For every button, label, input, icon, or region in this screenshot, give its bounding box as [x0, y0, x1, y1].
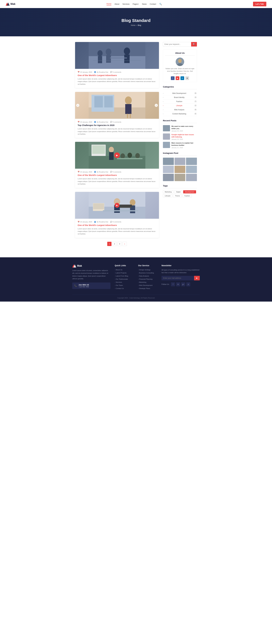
footer-link-services[interactable]: Services [115, 281, 134, 283]
footer-link-contact[interactable]: Contact Us [115, 287, 134, 290]
tags-wrap: Marketing Digital Development Lifestyle … [163, 190, 197, 197]
audio-play-button[interactable]: ▶ [115, 203, 119, 208]
search-button[interactable]: 🔍 [191, 42, 197, 46]
post-title-1[interactable]: One of the World's Largest Advertisers [78, 74, 156, 76]
footer-facebook-icon[interactable]: f [171, 282, 175, 286]
footer-linkedin-icon[interactable]: in [176, 282, 180, 286]
tag-digital[interactable]: Digital [174, 190, 182, 194]
footer-link-about[interactable]: About Us [115, 269, 134, 271]
footer-grid: Mak Lorem ipsum dolor sit amet, consecte… [72, 264, 200, 290]
nav-contact[interactable]: Contact [150, 3, 156, 5]
page-1-button[interactable]: 1 [107, 242, 111, 246]
insta-img-1[interactable] [163, 158, 174, 165]
tags-widget: Tags Marketing Digital Development Lifes… [163, 184, 197, 197]
about-title: About Us [165, 52, 195, 56]
tag-lifestyle[interactable]: Lifestyle [163, 194, 172, 197]
nav-news[interactable]: News [142, 3, 147, 5]
footer-contact-button[interactable]: 📞 Join With US +123 456 7890 [72, 282, 110, 289]
user-icon: 👤 [94, 71, 96, 73]
footer-link-team[interactable]: Our Team [115, 284, 134, 286]
newsletter-email-input[interactable] [162, 276, 194, 280]
post-video-3: ▶ [75, 142, 159, 169]
tag-fashion[interactable]: Fashion [183, 194, 192, 197]
footer-service-strategic[interactable]: Strategic Plans [138, 287, 157, 290]
insta-img-5[interactable] [175, 166, 185, 173]
other-social-icon[interactable]: ■ [185, 76, 189, 80]
breadcrumb-home[interactable]: Home [131, 24, 135, 26]
nav-home[interactable]: Home [106, 3, 111, 5]
nav-pages[interactable]: Pages+ [132, 3, 139, 5]
recent-post-2[interactable]: Main reasons to explain fast business bu… [163, 142, 197, 148]
insta-img-2[interactable] [175, 158, 185, 165]
category-web-analysis[interactable]: Web Analysis 8 [163, 108, 197, 112]
recent-posts-title: Recent Posts [163, 119, 197, 123]
linkedin-icon[interactable]: in [181, 76, 184, 80]
footer-pinterest-icon[interactable]: p [186, 282, 190, 286]
page-2-button[interactable]: 2 [112, 242, 117, 246]
post-title-2[interactable]: Top Challenges for Agencies in 2020 [78, 124, 156, 126]
footer-service-consulting[interactable]: Business Consulting [138, 272, 157, 274]
footer-link-testimonials[interactable]: Our Testimonials [115, 278, 134, 280]
post-title-3[interactable]: One of the World's Largest Advertisers [78, 174, 156, 176]
slider-prev-button[interactable]: ‹ [76, 104, 79, 107]
category-fashion[interactable]: Fashion 7 [163, 100, 197, 104]
newsletter-submit-button[interactable]: ► [194, 276, 200, 280]
search-input[interactable] [163, 42, 191, 46]
video-play-button[interactable]: ▶ [114, 152, 120, 158]
svg-rect-11 [93, 60, 141, 61]
footer-service-design[interactable]: Design strategy [138, 269, 157, 271]
footer-quick-links-title: Quick Links [115, 264, 134, 267]
youtube-icon[interactable]: ▶ [176, 76, 179, 80]
category-brand-identity[interactable]: Brand Identity 3 [163, 96, 197, 100]
newsletter-input-wrap: ► [162, 276, 200, 280]
page-3-button[interactable]: 3 [117, 242, 122, 246]
insta-img-8[interactable] [175, 174, 185, 181]
insta-img-6[interactable] [186, 166, 197, 173]
footer-service-financial[interactable]: Financial Planning [138, 278, 157, 280]
blog-list: 📅 25 January, 2020 👤 By Rosalina Doe 💬 5… [75, 42, 159, 252]
lets-talk-button[interactable]: Let's Talk [253, 2, 266, 6]
tag-development[interactable]: Development [183, 190, 196, 194]
nav-about[interactable]: About [114, 3, 119, 5]
category-web-development[interactable]: Web Development 6 [163, 91, 197, 96]
category-content-marketing[interactable]: Content Marketing 6 [163, 112, 197, 116]
footer-service-marketing[interactable]: Marketing [138, 281, 157, 283]
post-meta-3: 📅 25 January, 2020 👤 By Rosalina Doe 💬 5… [78, 171, 156, 173]
pagination-next-button[interactable]: › [122, 242, 127, 246]
post-title-4[interactable]: One of the World's Largest Advertisers [78, 224, 156, 226]
footer-googleplus-icon[interactable]: g+ [181, 282, 185, 286]
tag-theme[interactable]: Theme [173, 194, 182, 197]
insta-img-4[interactable] [163, 166, 174, 173]
nav-services[interactable]: Services [122, 3, 129, 5]
social-icons: f ▶ in ■ [165, 76, 195, 80]
footer-link-blog[interactable]: Latest From Blog [115, 275, 134, 277]
insta-img-3[interactable] [186, 158, 197, 165]
post-author-3: 👤 By Rosalina Doe [94, 171, 108, 173]
search-icon[interactable]: 🔍 [159, 3, 162, 5]
recent-post-1[interactable]: Google might be have issues with Indexin… [163, 134, 197, 140]
svg-point-8 [124, 48, 130, 55]
instagram-title: Instagram Post [163, 152, 197, 156]
logo[interactable]: Mak [6, 2, 16, 6]
cat-count-0: 6 [194, 92, 197, 94]
about-avatar [176, 58, 184, 66]
recent-post-date-1: January 24, 2020 [171, 138, 197, 140]
slider-next-button[interactable]: › [155, 104, 158, 107]
footer-newsletter-title: Newsletter [162, 264, 200, 267]
footer-service-data[interactable]: Data Analysis [138, 275, 157, 277]
user-icon-2: 👤 [94, 121, 96, 123]
insta-img-9[interactable] [186, 174, 197, 181]
footer-link-projects[interactable]: Latest Projects [115, 272, 134, 274]
footer-service-web[interactable]: Web Development [138, 284, 157, 286]
comment-icon-2: 💬 [110, 121, 112, 123]
recent-post-0[interactable]: We want to make sure every dollar you. J… [163, 125, 197, 132]
post-comments-1: 💬 5 comments [110, 71, 121, 73]
blog-card-2: ‹ › 📅 25 January, 2020 👤 By Rosalina Doe [75, 92, 159, 138]
insta-img-7[interactable] [163, 174, 174, 181]
user-icon-4: 👤 [94, 221, 96, 223]
facebook-icon[interactable]: f [171, 76, 175, 80]
recent-post-date-2: January 21, 2020 [171, 147, 197, 148]
category-lifestyle[interactable]: Lifestyle 2 [163, 104, 197, 108]
post-image-1[interactable] [75, 42, 159, 69]
tag-marketing[interactable]: Marketing [163, 190, 173, 194]
